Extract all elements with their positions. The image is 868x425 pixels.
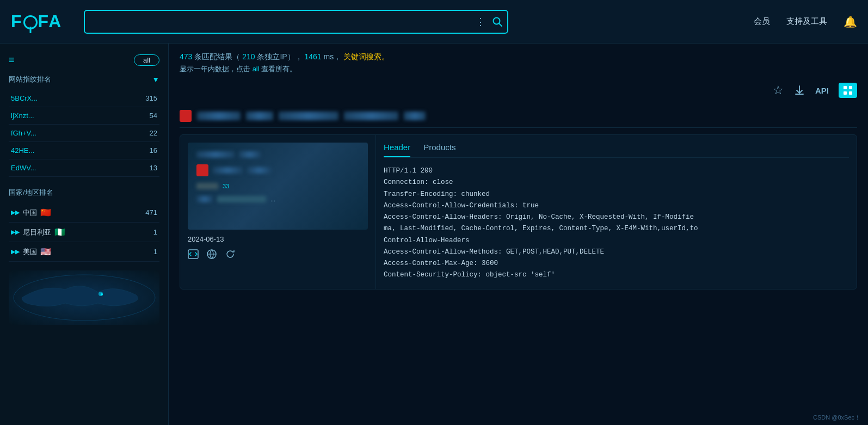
header-line-9: Content-Security-Policy: object-src 'sel… <box>384 269 849 281</box>
country-item-0[interactable]: ▶▶ 中国 🇨🇳 471 <box>9 203 159 223</box>
expand-arrow-1: ▶▶ <box>11 229 20 236</box>
app-header: F FA body="/saas/saasYhAction!sendRandom… <box>0 0 868 44</box>
fingerprint-section-title: 网站指纹排名 ▼ <box>9 75 159 84</box>
fingerprint-item-2[interactable]: fGh+V... 22 <box>9 125 159 142</box>
sidebar-top: ≡ all <box>9 54 159 66</box>
result-card: 33 ... 2024-06-13 <box>180 134 857 290</box>
tabs-bar: Header Products <box>384 143 849 158</box>
download-button[interactable] <box>793 84 805 96</box>
result-screenshot: 33 ... <box>188 143 368 230</box>
blur-dots: ... <box>270 196 275 202</box>
results-summary: 473 条匹配结果（ 210 条独立IP）， 1461 ms， 关键词搜索。 <box>180 52 857 62</box>
svg-line-1 <box>499 23 502 26</box>
note-suffix: 查看所有。 <box>261 65 297 73</box>
blur-num: 33 <box>223 183 229 189</box>
results-note: 显示一年内数据，点击 all 查看所有。 <box>180 64 857 74</box>
nav-tools[interactable]: 支持及工具 <box>786 16 827 27</box>
tab-products[interactable]: Products <box>423 143 455 157</box>
map-svg <box>11 273 158 322</box>
result-left-panel: 33 ... 2024-06-13 <box>180 135 376 289</box>
svg-point-4 <box>101 293 103 295</box>
country-name-1: 尼日利亚 <box>23 227 51 237</box>
blur-meta-1 <box>196 183 218 189</box>
all-badge[interactable]: all <box>134 54 159 66</box>
blur-meta-3 <box>217 196 266 202</box>
favicon-icon <box>180 110 192 122</box>
fingerprint-label-0: 5BCrX... <box>11 94 38 102</box>
fingerprint-count-2: 22 <box>150 129 157 137</box>
country-item-2[interactable]: ▶▶ 美国 🇺🇸 1 <box>9 242 159 262</box>
header-content: HTTP/1.1 200 Connection: close Transfer-… <box>384 165 849 281</box>
svg-rect-5 <box>844 86 847 89</box>
api-button[interactable]: API <box>815 86 829 95</box>
header-line-3: Access-Control-Allow-Credentials: true <box>384 200 849 212</box>
result-right-panel: Header Products HTTP/1.1 200 Connection:… <box>376 135 857 289</box>
note-text: 显示一年内数据，点击 <box>180 65 250 73</box>
more-options-icon[interactable]: ⋮ <box>476 16 485 28</box>
results-time-unit: ms， <box>324 52 342 61</box>
flag-2: 🇺🇸 <box>40 247 51 257</box>
fingerprint-label-1: ljXnzt... <box>11 112 34 120</box>
header-line-6: Control-Allow-Headers <box>384 235 849 247</box>
fingerprint-item-0[interactable]: 5BCrX... 315 <box>9 90 159 107</box>
filter-icon[interactable]: ≡ <box>9 54 15 66</box>
keyword-search-link[interactable]: 关键词搜索。 <box>343 52 389 61</box>
header-line-5: ma, Last-Modified, Cache-Control, Expire… <box>384 223 849 235</box>
logo-text: F <box>11 11 23 32</box>
results-total: 473 <box>180 52 192 61</box>
search-input[interactable]: body="/saas/saasYhAction!sendRandom.acti… <box>84 10 508 34</box>
header-line-0: HTTP/1.1 200 <box>384 165 849 177</box>
fingerprint-item-1[interactable]: ljXnzt... 54 <box>9 107 159 125</box>
country-name-2: 美国 <box>23 247 37 257</box>
refresh-icon-button[interactable] <box>225 249 236 262</box>
tab-header[interactable]: Header <box>384 143 410 157</box>
main-container: ≡ all 网站指纹排名 ▼ 5BCrX... 315 ljXnzt... 54… <box>0 44 868 425</box>
blurred-ip-2 <box>246 112 273 120</box>
fingerprint-label: 网站指纹排名 <box>9 75 51 84</box>
country-count-0: 471 <box>145 208 157 217</box>
results-ips: 210 <box>242 52 255 61</box>
fingerprint-item-3[interactable]: 42HE... 16 <box>9 142 159 159</box>
country-label: 国家/地区排名 <box>9 188 53 198</box>
header-line-1: Connection: close <box>384 177 849 188</box>
fingerprint-count-3: 16 <box>150 146 157 155</box>
results-toolbar: ☆ API <box>180 83 857 98</box>
expand-arrow-0: ▶▶ <box>11 209 20 216</box>
notification-bell-icon[interactable]: 🔔 <box>844 15 857 28</box>
svg-rect-8 <box>849 91 852 95</box>
top-result-row <box>180 106 857 128</box>
code-view-button[interactable] <box>188 249 199 262</box>
country-count-1: 1 <box>153 228 157 236</box>
country-item-1[interactable]: ▶▶ 尼日利亚 🇳🇬 1 <box>9 223 159 242</box>
grid-view-button[interactable] <box>839 83 857 98</box>
blur-meta-2 <box>196 196 213 202</box>
fingerprint-item-4[interactable]: EdWV... 13 <box>9 159 159 177</box>
star-button[interactable]: ☆ <box>773 83 784 97</box>
country-name-0: 中国 <box>23 208 37 218</box>
search-submit-icon[interactable] <box>492 16 503 27</box>
svg-rect-6 <box>849 86 852 89</box>
flag-1: 🇳🇬 <box>54 227 65 237</box>
result-favicon <box>196 164 208 176</box>
logo[interactable]: F FA <box>11 11 62 32</box>
content-area: 473 条匹配结果（ 210 条独立IP）， 1461 ms， 关键词搜索。 显… <box>169 44 868 425</box>
all-link[interactable]: all <box>253 65 260 73</box>
footer-credit: CSDN @0xSec！ <box>813 414 860 422</box>
blurred-domain <box>279 112 338 120</box>
blur-path <box>239 151 261 158</box>
sidebar: ≡ all 网站指纹排名 ▼ 5BCrX... 315 ljXnzt... 54… <box>0 44 169 425</box>
expand-arrow-2: ▶▶ <box>11 248 20 255</box>
fingerprint-count-0: 315 <box>145 94 157 102</box>
header-line-4: Access-Control-Allow-Headers: Origin, No… <box>384 212 849 223</box>
header-line-7: Access-Control-Allow-Methods: GET,POST,H… <box>384 247 849 258</box>
blurred-ip-1 <box>197 112 241 120</box>
globe-icon-button[interactable] <box>206 249 217 262</box>
header-line-8: Access-Control-Max-Age: 3600 <box>384 258 849 269</box>
results-time: 1461 <box>305 52 322 61</box>
nav-member[interactable]: 会员 <box>754 16 770 27</box>
screenshot-content: 33 ... <box>188 143 368 230</box>
flag-0: 🇨🇳 <box>40 207 51 218</box>
country-section-title: 国家/地区排名 <box>9 188 159 198</box>
country-list: ▶▶ 中国 🇨🇳 471 ▶▶ 尼日利亚 🇳🇬 1 ▶▶ 美国 🇺🇸 <box>9 203 159 262</box>
sort-icon[interactable]: ▼ <box>152 75 159 84</box>
